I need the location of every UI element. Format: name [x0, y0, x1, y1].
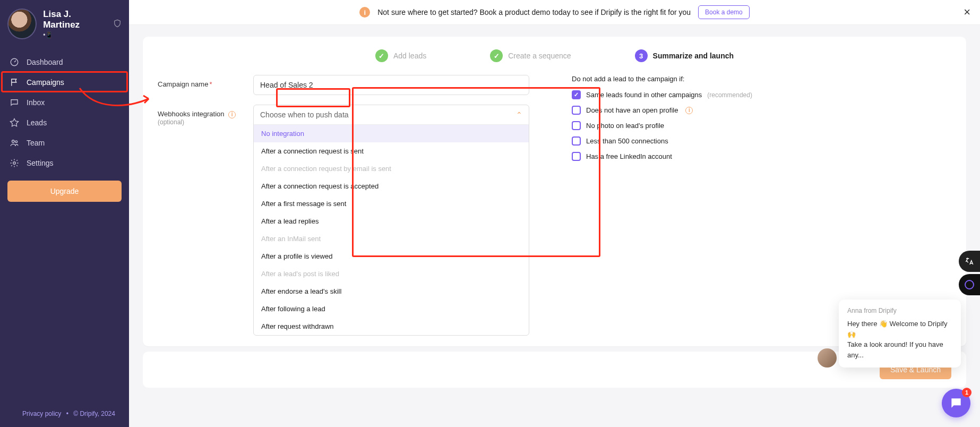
- profile-name: Lisa J. Martinez: [43, 9, 107, 30]
- svg-point-2: [15, 141, 18, 143]
- book-demo-button[interactable]: Book a demo: [698, 5, 750, 19]
- dropdown-option[interactable]: After a connection request is accepted: [254, 177, 529, 195]
- dropdown-option: After a connection request by email is s…: [254, 160, 529, 177]
- privacy-link[interactable]: Privacy policy: [22, 410, 61, 417]
- sidebar-item-label: Settings: [27, 159, 54, 167]
- recommended-tag: (recommended): [707, 91, 752, 99]
- chat-agent-avatar: [818, 348, 837, 368]
- exclusion-label: Does not have an open profile: [586, 106, 678, 114]
- copyright-text: © Dripify, 2024: [73, 410, 115, 417]
- exclusion-row[interactable]: Less than 500 connections: [572, 136, 951, 146]
- chat-popover[interactable]: Anna from Dripify Hey there 👋 Welcome to…: [839, 300, 961, 368]
- chat-from: Anna from Dripify: [847, 307, 952, 314]
- info-icon: i: [359, 7, 370, 18]
- step-add-leads[interactable]: ✓ Add leads: [375, 49, 426, 62]
- exclusions-block: Do not add a lead to the campaign if: Sa…: [540, 75, 951, 167]
- dropdown-option[interactable]: After a lead replies: [254, 212, 529, 230]
- campaign-name-label: Campaign name*: [158, 75, 243, 88]
- sidebar-footer: Privacy policy • © Dripify, 2024: [0, 410, 129, 427]
- exclusion-row[interactable]: No photo on lead's profile: [572, 121, 951, 130]
- svg-point-3: [13, 162, 16, 165]
- sidebar-item-inbox[interactable]: Inbox: [0, 92, 129, 113]
- dropdown-option[interactable]: After a first message is sent: [254, 195, 529, 212]
- checkbox[interactable]: [572, 106, 581, 115]
- exclusion-label: Less than 500 connections: [586, 137, 668, 145]
- chat-line: Take a look around! If you have any...: [847, 339, 952, 360]
- dropdown-option[interactable]: No integration: [254, 125, 529, 142]
- stepper: ✓ Add leads ✓ Create a sequence 3 Summar…: [158, 49, 951, 62]
- svg-point-1: [12, 140, 15, 143]
- exclusion-label: Has a free LinkedIn account: [586, 152, 672, 160]
- gear-icon: [10, 158, 19, 168]
- gauge-icon: [10, 57, 19, 67]
- sidebar-item-settings[interactable]: Settings: [0, 153, 129, 173]
- sidebar-item-label: Leads: [27, 118, 47, 127]
- dropdown-option[interactable]: After following a lead: [254, 300, 529, 318]
- promo-banner: i Not sure where to get started? Book a …: [129, 0, 980, 25]
- dropdown-option: After an InMail sent: [254, 230, 529, 247]
- dropdown-option[interactable]: After a connection request is sent: [254, 142, 529, 160]
- shield-icon: [113, 19, 122, 29]
- checkbox[interactable]: [572, 136, 581, 146]
- exclusions-title: Do not add a lead to the campaign if:: [572, 75, 951, 83]
- sidebar-item-leads[interactable]: Leads: [0, 113, 129, 133]
- webhooks-label: Webhooks integration i (optional): [158, 105, 243, 126]
- profile-sub: •📱: [43, 31, 107, 39]
- chat-badge: 1: [962, 388, 972, 397]
- step-summarize-launch[interactable]: 3 Summarize and launch: [635, 49, 734, 62]
- webhooks-select[interactable]: Choose when to push data ⌃ No integratio…: [253, 105, 529, 336]
- info-icon[interactable]: i: [685, 107, 693, 114]
- dropdown-option[interactable]: After a profile is viewed: [254, 247, 529, 265]
- main-content: i Not sure where to get started? Book a …: [129, 0, 980, 427]
- banner-text: Not sure where to get started? Book a pr…: [377, 8, 691, 16]
- flag-icon: [10, 78, 19, 87]
- webhooks-dropdown: No integrationAfter a connection request…: [254, 124, 529, 335]
- message-icon: [10, 98, 19, 107]
- sidebar-item-label: Team: [27, 139, 45, 147]
- select-head[interactable]: Choose when to push data ⌃: [254, 105, 529, 124]
- chevron-up-icon: ⌃: [516, 110, 522, 119]
- exclusion-label: No photo on lead's profile: [586, 122, 664, 130]
- profile-block[interactable]: Lisa J. Martinez •📱: [0, 0, 129, 48]
- sidebar-item-label: Inbox: [27, 98, 45, 107]
- exclusion-row[interactable]: Does not have an open profilei: [572, 106, 951, 115]
- exclusion-row[interactable]: Has a free LinkedIn account: [572, 152, 951, 161]
- dropdown-option[interactable]: After endorse a lead's skill: [254, 283, 529, 300]
- checkbox[interactable]: [572, 90, 581, 99]
- info-icon[interactable]: i: [228, 111, 236, 118]
- dropdown-option: After a lead's post is liked: [254, 265, 529, 283]
- exclusion-label: Same leads found in other campaigns: [586, 91, 702, 99]
- exclusion-row[interactable]: Same leads found in other campaigns (rec…: [572, 90, 951, 99]
- sidebar-item-campaigns[interactable]: Campaigns: [0, 72, 129, 92]
- chat-line: Hey there 👋 Welcome to Dripify 🙌: [847, 319, 952, 339]
- translate-fab[interactable]: [959, 251, 980, 272]
- avatar: [7, 8, 37, 39]
- sidebar-item-dashboard[interactable]: Dashboard: [0, 52, 129, 72]
- step-create-sequence[interactable]: ✓ Create a sequence: [490, 49, 571, 62]
- check-icon: ✓: [490, 49, 503, 62]
- help-fab[interactable]: [959, 274, 980, 295]
- nav: Dashboard Campaigns Inbox Leads Team Set…: [0, 52, 129, 173]
- sidebar-item-team[interactable]: Team: [0, 133, 129, 153]
- sidebar: Lisa J. Martinez •📱 Dashboard Campaigns …: [0, 0, 129, 427]
- check-icon: ✓: [375, 49, 388, 62]
- circle-icon: [965, 280, 974, 289]
- star-icon: [10, 118, 19, 127]
- upgrade-button[interactable]: Upgrade: [7, 181, 122, 202]
- sidebar-item-label: Dashboard: [27, 58, 63, 66]
- sidebar-item-label: Campaigns: [27, 78, 64, 87]
- checkbox[interactable]: [572, 121, 581, 130]
- step-number: 3: [635, 49, 648, 62]
- dropdown-option[interactable]: After request withdrawn: [254, 318, 529, 335]
- campaign-name-input[interactable]: [253, 75, 529, 95]
- people-icon: [10, 138, 19, 148]
- close-icon[interactable]: ×: [964, 5, 970, 19]
- chat-launcher[interactable]: 1: [942, 389, 970, 417]
- checkbox[interactable]: [572, 152, 581, 161]
